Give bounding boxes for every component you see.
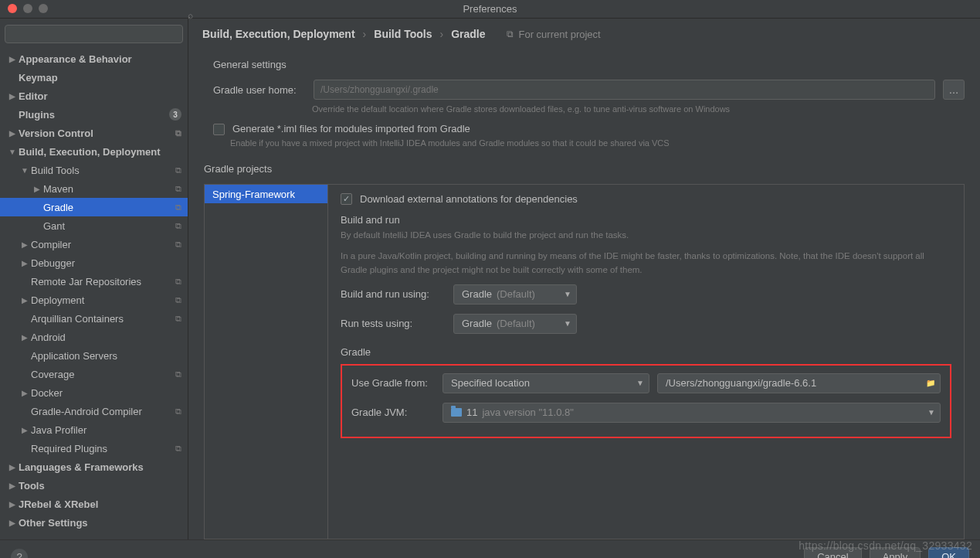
download-annotations-label: Download external annotations for depend… — [360, 193, 578, 205]
sidebar-item[interactable]: Plugins3 — [0, 105, 188, 124]
copy-icon: ⧉ — [175, 202, 181, 213]
sidebar-item[interactable]: Gradle⧉ — [0, 198, 188, 216]
build-using-label: Build and run using: — [341, 288, 446, 300]
highlighted-area: Use Gradle from: Specified location ▼ /U… — [341, 364, 951, 438]
sidebar-item-label: Gradle — [43, 202, 172, 213]
generate-iml-checkbox[interactable] — [213, 124, 225, 135]
sidebar-item[interactable]: ▶Version Control⧉ — [0, 124, 188, 142]
tree-arrow-icon: ▶ — [6, 463, 19, 471]
gradle-user-home-label: Gradle user home: — [213, 84, 306, 96]
sidebar-item-label: Editor — [19, 90, 181, 102]
sidebar-item[interactable]: ▶JRebel & XRebel — [0, 495, 188, 513]
sidebar-item-label: Tools — [19, 480, 181, 492]
window-title: Preferences — [463, 3, 517, 15]
breadcrumb: Build, Execution, Deployment › Build Too… — [188, 19, 980, 45]
gradle-jvm-combo[interactable]: 11 java version "11.0.8" ▼ — [443, 403, 941, 423]
content-panel: Build, Execution, Deployment › Build Too… — [188, 19, 980, 539]
sidebar-item[interactable]: ▶Java Profiler — [0, 420, 188, 439]
browse-button[interactable]: … — [943, 80, 965, 100]
sidebar-item-label: Appearance & Behavior — [19, 53, 181, 65]
sidebar-item-label: Android — [31, 332, 181, 343]
sidebar-item[interactable]: ▼Build Tools⧉ — [0, 161, 188, 179]
apply-button[interactable]: Apply — [870, 547, 921, 559]
sidebar-item[interactable]: ▶Languages & Frameworks — [0, 458, 188, 476]
copy-icon: ⧉ — [175, 165, 181, 175]
sidebar-item[interactable]: ▶Appearance & Behavior — [0, 49, 188, 68]
cancel-button[interactable]: Cancel — [804, 547, 861, 559]
sidebar-item[interactable]: ▶Docker — [0, 383, 188, 402]
generate-iml-help: Enable if you have a mixed project with … — [188, 137, 980, 152]
sidebar-item[interactable]: Required Plugins⧉ — [0, 439, 188, 458]
copy-icon: ⧉ — [175, 444, 181, 454]
sidebar-item[interactable]: ▶Compiler⧉ — [0, 235, 188, 253]
gradle-user-home-input[interactable] — [314, 80, 935, 100]
sidebar-item[interactable]: Keymap — [0, 68, 188, 87]
sidebar-item[interactable]: ▶Tools — [0, 476, 188, 495]
sidebar-item-label: Other Settings — [19, 517, 181, 529]
sidebar-item[interactable]: ▶Android — [0, 328, 188, 346]
maximize-icon[interactable] — [39, 4, 48, 13]
sidebar-item-label: Java Profiler — [31, 424, 181, 436]
copy-icon: ⧉ — [175, 369, 181, 379]
close-icon[interactable] — [8, 4, 17, 13]
tree-arrow-icon: ▶ — [6, 500, 19, 509]
sidebar-item[interactable]: ▶Deployment⧉ — [0, 291, 188, 309]
sidebar-item[interactable]: Gant⧉ — [0, 216, 188, 235]
sidebar-item-label: Version Control — [19, 128, 172, 139]
sidebar-item-label: Debugger — [31, 257, 181, 269]
sidebar-item[interactable]: ▶Other Settings — [0, 513, 188, 532]
sidebar-item-label: Build Tools — [31, 165, 172, 176]
tree-arrow-icon: ▶ — [6, 129, 19, 138]
sidebar-item-label: Plugins — [19, 109, 166, 121]
sidebar: ⌕ ▶Appearance & BehaviorKeymap▶EditorPlu… — [0, 19, 188, 539]
folder-icon: 📁 — [926, 379, 935, 387]
sidebar-item[interactable]: Arquillian Containers⧉ — [0, 309, 188, 328]
project-detail: Download external annotations for depend… — [328, 185, 964, 539]
sidebar-item[interactable]: ▶Maven⧉ — [0, 179, 188, 198]
search-input[interactable] — [5, 25, 183, 43]
tree-arrow-icon: ▶ — [6, 92, 19, 100]
tree-arrow-icon: ▶ — [19, 296, 31, 305]
sidebar-item[interactable]: Remote Jar Repositories⧉ — [0, 272, 188, 291]
copy-icon: ⧉ — [175, 407, 181, 417]
chevron-down-icon: ▼ — [564, 319, 571, 328]
sidebar-item-label: Gant — [43, 220, 172, 232]
minimize-icon[interactable] — [23, 4, 32, 13]
sidebar-item-label: JRebel & XRebel — [19, 498, 181, 510]
breadcrumb-c: Gradle — [451, 28, 485, 40]
build-using-combo[interactable]: Gradle (Default) ▼ — [453, 284, 577, 305]
sidebar-item[interactable]: ▶Editor — [0, 87, 188, 105]
build-run-help-1: By default IntelliJ IDEA uses Gradle to … — [341, 229, 951, 242]
copy-icon: ⧉ — [175, 128, 181, 138]
tests-using-combo[interactable]: Gradle (Default) ▼ — [453, 314, 577, 334]
tree-arrow-icon: ▶ — [19, 333, 31, 342]
sidebar-item[interactable]: ▼Build, Execution, Deployment — [0, 142, 188, 161]
copy-icon: ⧉ — [175, 240, 181, 250]
tree-arrow-icon: ▼ — [6, 148, 19, 156]
gradle-user-home-help: Override the default location where Grad… — [188, 103, 980, 118]
window-controls — [8, 4, 48, 13]
gradle-section-title: Gradle — [341, 346, 951, 358]
ok-button[interactable]: OK — [928, 547, 969, 559]
sidebar-item[interactable]: Gradle-Android Compiler⧉ — [0, 402, 188, 420]
copy-icon: ⧉ — [175, 277, 181, 287]
sidebar-item[interactable]: ▶Debugger — [0, 253, 188, 272]
copy-icon: ⧉ — [175, 314, 181, 324]
help-button[interactable]: ? — [11, 549, 28, 559]
breadcrumb-b[interactable]: Build Tools — [374, 28, 432, 40]
gradle-location-input[interactable]: /Users/zhongguangxi/gradle-6.6.1 📁 — [657, 373, 941, 393]
gradle-projects-list: Spring-Framework — [205, 185, 328, 539]
sidebar-item[interactable]: Application Servers — [0, 346, 188, 365]
use-gradle-from-label: Use Gradle from: — [351, 377, 435, 389]
sidebar-item[interactable]: Coverage⧉ — [0, 365, 188, 383]
download-annotations-checkbox[interactable] — [341, 193, 352, 205]
use-gradle-from-combo[interactable]: Specified location ▼ — [443, 373, 649, 393]
sidebar-item-label: Maven — [43, 183, 172, 195]
chevron-down-icon: ▼ — [564, 290, 571, 298]
sidebar-item-label: Remote Jar Repositories — [31, 276, 172, 288]
build-run-help-2: In a pure Java/Kotlin project, building … — [341, 250, 951, 277]
gradle-projects-title: Gradle projects — [188, 152, 980, 181]
breadcrumb-a[interactable]: Build, Execution, Deployment — [202, 28, 355, 40]
chevron-right-icon: › — [439, 28, 443, 40]
project-item[interactable]: Spring-Framework — [205, 185, 327, 203]
